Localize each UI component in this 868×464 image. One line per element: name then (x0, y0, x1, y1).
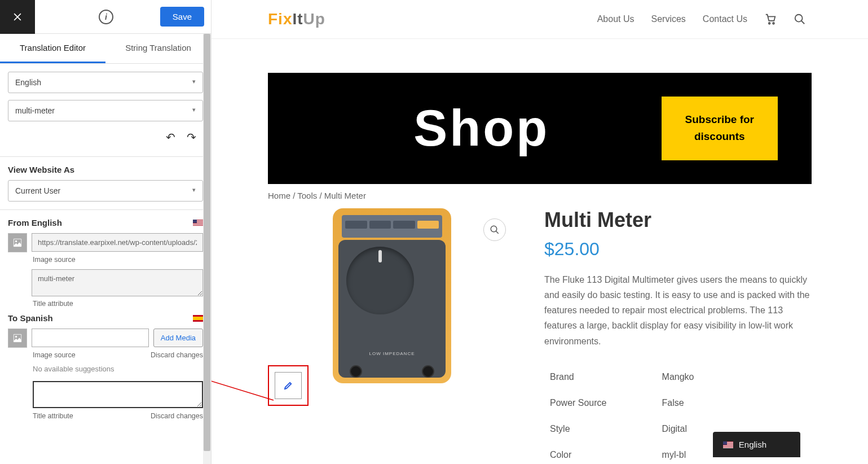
add-media-button[interactable]: Add Media (153, 329, 203, 347)
product-image-area: LOW IMPEDANCE (268, 208, 516, 389)
nav-services[interactable]: Services (651, 14, 686, 24)
view-website-as-label: View Website As (8, 165, 203, 174)
item-select[interactable]: multi-meter (8, 100, 203, 121)
product-image[interactable]: LOW IMPEDANCE (333, 208, 451, 383)
product-description: The Fluke 113 Digital Multimeter gives u… (544, 272, 812, 349)
svg-point-5 (491, 226, 497, 232)
sidebar-scrollbar[interactable] (203, 34, 211, 464)
site-logo[interactable]: FixItUp (268, 10, 325, 28)
language-select[interactable]: English (8, 72, 203, 93)
hero-banner: Shop Subscribe for discounts (268, 73, 812, 184)
product-section: LOW IMPEDANCE Multi Meter $25.00 The Flu… (268, 208, 812, 464)
title-attr-caption-src: Title attribute (33, 300, 203, 308)
search-icon[interactable] (794, 13, 806, 25)
redo-arrow-icon[interactable]: ↷ (187, 130, 196, 144)
svg-point-1 (15, 336, 17, 338)
nav-about[interactable]: About Us (597, 14, 635, 24)
zoom-icon[interactable] (483, 218, 506, 241)
from-language-label: From English (8, 218, 62, 227)
flag-es-icon (193, 315, 203, 322)
flag-us-icon (723, 441, 733, 448)
subscribe-button[interactable]: Subscribe for discounts (662, 97, 778, 160)
no-suggestions-text: No available suggestions (33, 365, 203, 373)
site-header: FixItUp About Us Services Contact Us (212, 0, 868, 39)
svg-point-3 (773, 23, 774, 24)
title-attr-caption-dst: Title attribute (33, 412, 73, 420)
sidebar-body: English multi-meter ↶ ↷ View Website As … (0, 64, 211, 464)
main-nav: About Us Services Contact Us (597, 13, 806, 25)
save-button[interactable]: Save (160, 7, 204, 27)
image-source-caption-dst: Image source (33, 351, 76, 359)
image-source-caption: Image source (33, 256, 203, 264)
table-row: Power SourceFalse (545, 391, 810, 415)
info-icon[interactable]: i (99, 10, 113, 24)
discard-image-link[interactable]: Discard changes (151, 351, 203, 359)
dest-image-thumb-icon (8, 329, 27, 348)
discard-title-link[interactable]: Discard changes (151, 412, 203, 420)
language-switcher[interactable]: English (713, 432, 800, 457)
table-row: BrandMangko (545, 365, 810, 389)
tab-string-translation[interactable]: String Translation (105, 34, 211, 63)
dest-image-url-input[interactable] (32, 329, 149, 347)
dest-title-attr-input[interactable] (33, 381, 203, 408)
undo-arrow-icon[interactable]: ↶ (166, 130, 175, 144)
edit-translation-button[interactable] (275, 372, 302, 399)
cart-icon[interactable] (764, 13, 777, 25)
svg-point-0 (15, 240, 17, 242)
product-info: Multi Meter $25.00 The Fluke 113 Digital… (544, 208, 812, 464)
svg-point-2 (769, 23, 770, 24)
sidebar-header: i Save (0, 0, 211, 34)
nav-contact[interactable]: Contact Us (703, 14, 747, 24)
source-title-attr-input[interactable]: multi-meter (32, 269, 203, 296)
to-language-label: To Spanish (8, 313, 53, 323)
close-button[interactable] (0, 0, 35, 34)
source-image-url-input[interactable] (32, 233, 203, 252)
view-as-select[interactable]: Current User (8, 180, 203, 202)
breadcrumb[interactable]: Home / Tools / Multi Meter (268, 191, 812, 200)
source-image-thumb-icon (8, 233, 27, 252)
product-title: Multi Meter (544, 208, 812, 232)
translation-sidebar: i Save Translation Editor String Transla… (0, 0, 212, 464)
tab-translation-editor[interactable]: Translation Editor (0, 34, 105, 63)
hero-title: Shop (302, 99, 662, 157)
svg-line-6 (212, 365, 274, 400)
product-price: $25.00 (544, 239, 812, 260)
flag-us-icon (193, 220, 203, 226)
sidebar-tabs: Translation Editor String Translation (0, 34, 211, 64)
svg-point-4 (795, 15, 803, 22)
site-preview: FixItUp About Us Services Contact Us Sho… (212, 0, 868, 464)
annotation-highlight (268, 365, 309, 406)
